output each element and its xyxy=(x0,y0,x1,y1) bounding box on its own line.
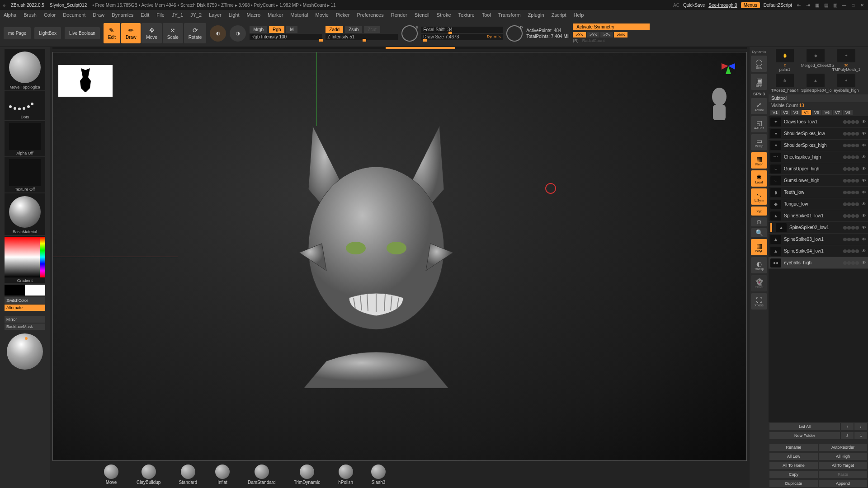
scale-mode-button[interactable]: ⤧Scale xyxy=(163,23,183,43)
menu-file[interactable]: File xyxy=(156,12,165,18)
menu-alpha[interactable]: Alpha xyxy=(4,12,16,18)
aahalf-button[interactable]: ◱AAHalf xyxy=(751,116,767,132)
default-zscript[interactable]: DefaultZScript xyxy=(764,3,792,8)
zoom-button[interactable]: 🔍 xyxy=(751,228,767,237)
copy-button[interactable]: Copy xyxy=(769,471,818,478)
brush-slash3[interactable]: Slash3 xyxy=(371,465,386,485)
solo-button[interactable]: ◯Solo xyxy=(751,56,767,72)
zsub-button[interactable]: Zsub xyxy=(345,26,362,33)
visibility-eye-icon[interactable]: 👁 xyxy=(862,131,866,136)
secondary-color-swatch[interactable] xyxy=(5,285,25,296)
light-direction-widget[interactable] xyxy=(7,333,43,370)
seethrough-slider[interactable]: See-through 0 xyxy=(708,3,737,8)
focal-shift-slider[interactable]: Focal Shift -34 xyxy=(421,27,503,33)
silhouette-thumbnail[interactable] xyxy=(58,65,113,97)
brush-move[interactable]: Move xyxy=(104,465,118,485)
subtool-toggles[interactable] xyxy=(843,202,859,206)
subtool-toggles[interactable] xyxy=(843,191,859,194)
subtool-row[interactable]: ▲SpineSpike02_low1👁 xyxy=(769,222,868,234)
minimize-icon[interactable]: — xyxy=(841,2,847,8)
subtool-toggles[interactable] xyxy=(843,120,859,124)
visibility-eye-icon[interactable]: 👁 xyxy=(862,190,866,195)
subtool-row[interactable]: ⌣GumsUpper_high👁 xyxy=(769,163,868,175)
menu-dynamics[interactable]: Dynamics xyxy=(112,12,133,18)
subtool-toggles[interactable] xyxy=(843,214,859,218)
subtool-row[interactable]: ●●eyeballs_high👁 xyxy=(769,257,868,269)
subtool-row[interactable]: ◗Teeth_low👁 xyxy=(769,187,868,198)
subtool-toggles[interactable] xyxy=(843,144,859,147)
m-button[interactable]: M xyxy=(286,26,297,33)
visibility-eye-icon[interactable]: 👁 xyxy=(862,119,866,124)
subtool-toggles[interactable] xyxy=(843,261,859,265)
menu-color[interactable]: Color xyxy=(44,12,56,18)
menu-stencil[interactable]: Stencil xyxy=(415,12,429,18)
spix-value[interactable]: SPix 3 xyxy=(753,92,765,96)
menu-zscript[interactable]: Zscript xyxy=(552,12,566,18)
symmetry-z-button[interactable]: >Z< xyxy=(600,32,613,38)
rgb-intensity-slider[interactable]: Rgb Intensity 100 xyxy=(250,34,322,40)
subtool-row[interactable]: ▾ShoulderSpikes_high👁 xyxy=(769,140,868,151)
home-page-button[interactable]: me Page xyxy=(4,27,31,39)
menu-edit[interactable]: Edit xyxy=(141,12,149,18)
visibility-eye-icon[interactable]: 👁 xyxy=(862,143,866,148)
symmetry-m-button[interactable]: >M< xyxy=(614,32,627,38)
primary-color-swatch[interactable] xyxy=(25,285,45,296)
subtool-toggles[interactable] xyxy=(843,249,859,253)
close-icon[interactable]: ✕ xyxy=(859,2,865,8)
visibility-eye-icon[interactable]: 👁 xyxy=(862,155,866,160)
edit-mode-button[interactable]: ✎Edit xyxy=(104,23,120,43)
mrgb-button[interactable]: Mrgb xyxy=(250,26,267,33)
menu-material[interactable]: Material xyxy=(290,12,308,18)
xyz-button[interactable]: Xyz xyxy=(751,206,767,216)
alternate-button[interactable]: Alternate xyxy=(5,305,45,311)
menu-stroke[interactable]: Stroke xyxy=(437,12,451,18)
ghost-button[interactable]: 👻Ghost xyxy=(751,275,767,291)
menu-transform[interactable]: Transform xyxy=(498,12,521,18)
visibility-eye-icon[interactable]: 👁 xyxy=(862,237,866,242)
subtool-header[interactable]: Subtool xyxy=(769,94,868,102)
subtool-row[interactable]: ▲SpineSpike01_low1👁 xyxy=(769,210,868,222)
brush-damstandard[interactable]: DamStandard xyxy=(248,465,276,485)
visibility-set-v1[interactable]: V1 xyxy=(770,110,780,115)
menu-marker[interactable]: Marker xyxy=(268,12,283,18)
layout-icon[interactable]: ▦ xyxy=(814,2,820,8)
radial-count[interactable]: RadialCount xyxy=(582,38,605,43)
visibility-eye-icon[interactable]: 👁 xyxy=(862,178,866,183)
lsym-button[interactable]: ⇋L.Sym xyxy=(751,188,767,205)
brush-selector[interactable]: Move Topologica xyxy=(5,49,45,90)
visibility-set-v3[interactable]: V3 xyxy=(791,110,801,115)
tool-thumb[interactable]: ⋔TPose2_head4 xyxy=(770,74,799,93)
draw-mode-button[interactable]: ✏Draw xyxy=(121,23,141,43)
floor-button[interactable]: ▦Floor xyxy=(751,152,767,169)
rotate-mode-button[interactable]: ⟳Rotate xyxy=(184,23,206,43)
zadd-button[interactable]: Zadd xyxy=(326,26,343,33)
subtool-list[interactable]: ✦ClawsToes_low1👁▾ShoulderSpikes_low👁▾Sho… xyxy=(769,116,868,422)
rgb-button[interactable]: Rgb xyxy=(269,26,284,33)
move-up-button[interactable]: ↑ xyxy=(841,423,854,430)
menu-help[interactable]: Help xyxy=(574,12,584,18)
subtool-row[interactable]: ▲SpineSpike03_low1👁 xyxy=(769,234,868,245)
visibility-eye-icon[interactable]: 👁 xyxy=(862,225,866,230)
visibility-set-v6[interactable]: V6 xyxy=(822,110,832,115)
symmetry-y-button[interactable]: >Y< xyxy=(587,32,600,38)
arrow-up-icon[interactable]: ⤴ xyxy=(841,432,854,439)
brush-standard[interactable]: Standard xyxy=(179,465,197,485)
visibility-set-v8[interactable]: V8 xyxy=(843,110,853,115)
brush-depth-icon[interactable]: D xyxy=(506,25,523,42)
menu-light[interactable]: Light xyxy=(229,12,240,18)
live-boolean-button[interactable]: Live Boolean xyxy=(65,27,100,39)
switch-color-button[interactable]: SwitchColor xyxy=(5,297,45,304)
camera-head-icon[interactable] xyxy=(706,84,733,125)
subtool-toggles[interactable] xyxy=(843,238,859,241)
sculptris-icon[interactable]: ◐ xyxy=(210,25,226,42)
menu-jy_2[interactable]: JY_2 xyxy=(190,12,202,18)
tool-thumb[interactable]: ✋2palm1 xyxy=(770,49,799,72)
autoreorder-button[interactable]: AutoReorder xyxy=(819,444,867,451)
subtool-toggles[interactable] xyxy=(843,167,859,171)
new-folder-button[interactable]: New Folder xyxy=(769,432,840,439)
tool-thumb[interactable]: ●eyeballs_high xyxy=(832,74,861,93)
timeline-bar[interactable] xyxy=(52,47,747,49)
tool-thumb[interactable]: ◆Merged_CheekSp xyxy=(801,49,830,72)
backface-mask-button[interactable]: BackfaceMask xyxy=(5,324,45,330)
viewport[interactable] xyxy=(52,52,747,461)
